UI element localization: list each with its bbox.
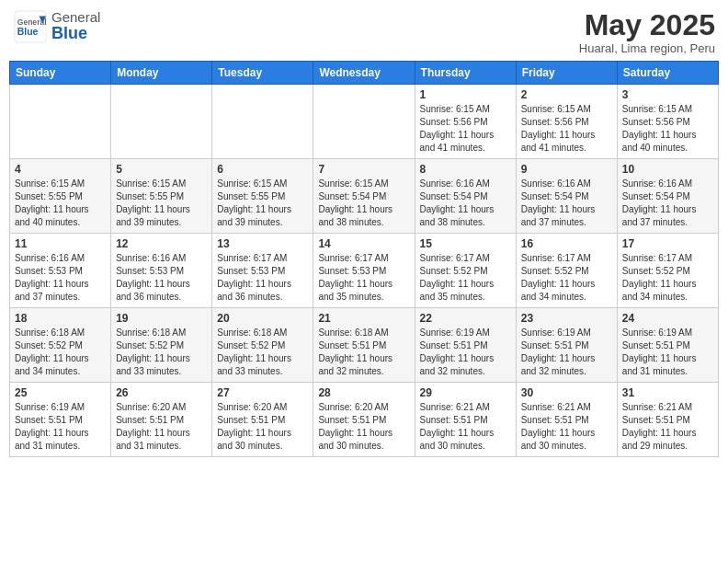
day-info: Sunrise: 6:15 AM Sunset: 5:55 PM Dayligh…: [15, 178, 106, 229]
calendar-cell: 24Sunrise: 6:19 AM Sunset: 5:51 PM Dayli…: [617, 308, 718, 383]
day-number: 3: [622, 88, 713, 101]
day-info: Sunrise: 6:17 AM Sunset: 5:53 PM Dayligh…: [318, 252, 409, 304]
svg-text:Blue: Blue: [17, 27, 39, 37]
calendar-cell: [111, 85, 212, 159]
day-info: Sunrise: 6:16 AM Sunset: 5:53 PM Dayligh…: [116, 252, 207, 304]
day-info: Sunrise: 6:15 AM Sunset: 5:54 PM Dayligh…: [318, 178, 409, 229]
day-number: 31: [622, 386, 713, 399]
weekday-header-row: SundayMondayTuesdayWednesdayThursdayFrid…: [10, 62, 719, 85]
day-number: 30: [521, 386, 612, 399]
calendar-cell: 8Sunrise: 6:16 AM Sunset: 5:54 PM Daylig…: [415, 159, 516, 234]
day-number: 28: [318, 386, 409, 399]
day-number: 9: [521, 163, 612, 176]
day-info: Sunrise: 6:18 AM Sunset: 5:52 PM Dayligh…: [217, 327, 308, 378]
day-number: 14: [318, 237, 409, 250]
day-info: Sunrise: 6:18 AM Sunset: 5:52 PM Dayligh…: [116, 327, 207, 378]
weekday-header-tuesday: Tuesday: [212, 62, 313, 85]
day-number: 25: [15, 386, 106, 399]
calendar-cell: 16Sunrise: 6:17 AM Sunset: 5:52 PM Dayli…: [516, 234, 617, 308]
calendar-cell: 23Sunrise: 6:19 AM Sunset: 5:51 PM Dayli…: [516, 308, 617, 383]
day-number: 7: [318, 163, 409, 176]
day-info: Sunrise: 6:17 AM Sunset: 5:53 PM Dayligh…: [217, 252, 308, 304]
calendar-week-row: 11Sunrise: 6:16 AM Sunset: 5:53 PM Dayli…: [10, 234, 719, 308]
weekday-header-monday: Monday: [111, 62, 212, 85]
day-number: 17: [622, 237, 713, 250]
day-info: Sunrise: 6:20 AM Sunset: 5:51 PM Dayligh…: [318, 401, 409, 453]
logo: General Blue General Blue: [13, 9, 100, 44]
weekday-header-sunday: Sunday: [10, 62, 111, 85]
weekday-header-friday: Friday: [516, 62, 617, 85]
calendar-cell: 1Sunrise: 6:15 AM Sunset: 5:56 PM Daylig…: [415, 85, 516, 159]
day-info: Sunrise: 6:18 AM Sunset: 5:51 PM Dayligh…: [318, 327, 409, 378]
calendar-cell: 30Sunrise: 6:21 AM Sunset: 5:51 PM Dayli…: [516, 383, 617, 457]
day-info: Sunrise: 6:19 AM Sunset: 5:51 PM Dayligh…: [622, 327, 713, 378]
calendar-cell: 5Sunrise: 6:15 AM Sunset: 5:55 PM Daylig…: [111, 159, 212, 234]
calendar-cell: 26Sunrise: 6:20 AM Sunset: 5:51 PM Dayli…: [111, 383, 212, 457]
day-number: 22: [420, 312, 511, 325]
location: Huaral, Lima region, Peru: [579, 41, 715, 55]
calendar-cell: 4Sunrise: 6:15 AM Sunset: 5:55 PM Daylig…: [10, 159, 111, 234]
day-info: Sunrise: 6:17 AM Sunset: 5:52 PM Dayligh…: [420, 252, 511, 304]
day-info: Sunrise: 6:16 AM Sunset: 5:54 PM Dayligh…: [420, 178, 511, 229]
calendar-cell: [10, 85, 111, 159]
day-number: 27: [217, 386, 308, 399]
calendar-cell: 3Sunrise: 6:15 AM Sunset: 5:56 PM Daylig…: [617, 85, 718, 159]
day-number: 16: [521, 237, 612, 250]
calendar-cell: 14Sunrise: 6:17 AM Sunset: 5:53 PM Dayli…: [313, 234, 415, 308]
weekday-header-saturday: Saturday: [617, 62, 718, 85]
day-number: 5: [116, 163, 207, 176]
day-info: Sunrise: 6:15 AM Sunset: 5:56 PM Dayligh…: [622, 103, 713, 155]
day-number: 23: [521, 312, 612, 325]
calendar-cell: 21Sunrise: 6:18 AM Sunset: 5:51 PM Dayli…: [313, 308, 415, 383]
calendar-cell: 10Sunrise: 6:16 AM Sunset: 5:54 PM Dayli…: [617, 159, 718, 234]
day-info: Sunrise: 6:21 AM Sunset: 5:51 PM Dayligh…: [420, 401, 511, 453]
day-number: 20: [217, 312, 308, 325]
calendar-cell: 29Sunrise: 6:21 AM Sunset: 5:51 PM Dayli…: [415, 383, 516, 457]
day-info: Sunrise: 6:18 AM Sunset: 5:52 PM Dayligh…: [15, 327, 106, 378]
calendar-week-row: 4Sunrise: 6:15 AM Sunset: 5:55 PM Daylig…: [10, 159, 719, 234]
calendar-cell: 7Sunrise: 6:15 AM Sunset: 5:54 PM Daylig…: [313, 159, 415, 234]
day-info: Sunrise: 6:17 AM Sunset: 5:52 PM Dayligh…: [521, 252, 612, 304]
calendar-week-row: 1Sunrise: 6:15 AM Sunset: 5:56 PM Daylig…: [10, 85, 719, 159]
day-number: 29: [420, 386, 511, 399]
day-info: Sunrise: 6:16 AM Sunset: 5:53 PM Dayligh…: [15, 252, 106, 304]
day-info: Sunrise: 6:19 AM Sunset: 5:51 PM Dayligh…: [420, 327, 511, 378]
calendar-cell: 18Sunrise: 6:18 AM Sunset: 5:52 PM Dayli…: [10, 308, 111, 383]
day-number: 6: [217, 163, 308, 176]
calendar-cell: 13Sunrise: 6:17 AM Sunset: 5:53 PM Dayli…: [212, 234, 313, 308]
calendar-table: SundayMondayTuesdayWednesdayThursdayFrid…: [9, 61, 719, 457]
calendar-cell: 25Sunrise: 6:19 AM Sunset: 5:51 PM Dayli…: [10, 383, 111, 457]
title-block: May 2025 Huaral, Lima region, Peru: [579, 9, 715, 55]
calendar-week-row: 18Sunrise: 6:18 AM Sunset: 5:52 PM Dayli…: [10, 308, 719, 383]
day-info: Sunrise: 6:20 AM Sunset: 5:51 PM Dayligh…: [217, 401, 308, 453]
day-info: Sunrise: 6:20 AM Sunset: 5:51 PM Dayligh…: [116, 401, 207, 453]
day-number: 4: [15, 163, 106, 176]
logo-blue: Blue: [51, 25, 100, 43]
calendar-cell: 27Sunrise: 6:20 AM Sunset: 5:51 PM Dayli…: [212, 383, 313, 457]
day-number: 15: [420, 237, 511, 250]
calendar-cell: 22Sunrise: 6:19 AM Sunset: 5:51 PM Dayli…: [415, 308, 516, 383]
day-info: Sunrise: 6:16 AM Sunset: 5:54 PM Dayligh…: [622, 178, 713, 229]
day-info: Sunrise: 6:19 AM Sunset: 5:51 PM Dayligh…: [15, 401, 106, 453]
weekday-header-thursday: Thursday: [415, 62, 516, 85]
day-number: 21: [318, 312, 409, 325]
day-info: Sunrise: 6:19 AM Sunset: 5:51 PM Dayligh…: [521, 327, 612, 378]
logo-icon: General Blue: [13, 9, 48, 44]
calendar-cell: 17Sunrise: 6:17 AM Sunset: 5:52 PM Dayli…: [617, 234, 718, 308]
day-info: Sunrise: 6:15 AM Sunset: 5:56 PM Dayligh…: [420, 103, 511, 155]
calendar-cell: [313, 85, 415, 159]
calendar-cell: 12Sunrise: 6:16 AM Sunset: 5:53 PM Dayli…: [111, 234, 212, 308]
day-number: 18: [15, 312, 106, 325]
page-header: General Blue General Blue May 2025 Huara…: [9, 9, 719, 55]
calendar-cell: 2Sunrise: 6:15 AM Sunset: 5:56 PM Daylig…: [516, 85, 617, 159]
day-number: 24: [622, 312, 713, 325]
day-info: Sunrise: 6:21 AM Sunset: 5:51 PM Dayligh…: [521, 401, 612, 453]
calendar-cell: 28Sunrise: 6:20 AM Sunset: 5:51 PM Dayli…: [313, 383, 415, 457]
month-title: May 2025: [579, 9, 715, 41]
day-info: Sunrise: 6:15 AM Sunset: 5:56 PM Dayligh…: [521, 103, 612, 155]
day-number: 19: [116, 312, 207, 325]
calendar-cell: [212, 85, 313, 159]
day-number: 10: [622, 163, 713, 176]
day-number: 26: [116, 386, 207, 399]
calendar-week-row: 25Sunrise: 6:19 AM Sunset: 5:51 PM Dayli…: [10, 383, 719, 457]
